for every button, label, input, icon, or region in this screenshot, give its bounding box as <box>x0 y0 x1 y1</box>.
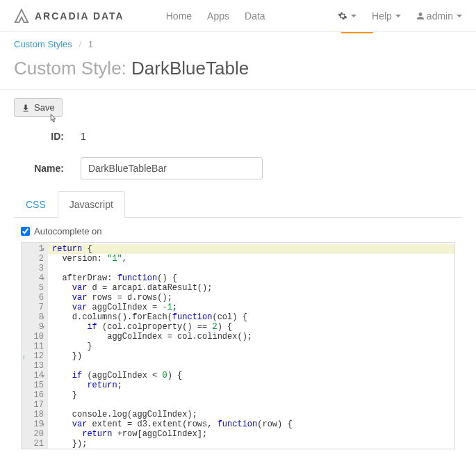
page-heading: Custom Style: DarkBlueTable <box>0 54 476 90</box>
user-menu[interactable]: admin <box>416 10 462 22</box>
breadcrumb-current: 1 <box>88 39 93 49</box>
editor-tabs: CSS Javascript <box>14 191 462 218</box>
logo-icon <box>14 8 29 24</box>
user-icon <box>416 12 425 20</box>
active-tab-underline <box>341 32 373 33</box>
autocomplete-checkbox[interactable] <box>21 227 30 236</box>
caret-icon <box>457 15 462 17</box>
code-editor[interactable]: 1▾234▾5678▾9▾101112i1314▾1516171819▾2021… <box>21 242 455 449</box>
title-name: DarkBlueTable <box>131 58 249 79</box>
breadcrumb-root[interactable]: Custom Styles <box>14 39 72 49</box>
nav-center: Home Apps Data <box>166 10 265 22</box>
editor-gutter: 1▾234▾5678▾9▾101112i1314▾1516171819▾2021… <box>22 243 48 449</box>
breadcrumb-sep: / <box>79 39 81 49</box>
gear-icon <box>338 11 347 21</box>
name-input[interactable] <box>81 157 263 179</box>
nav-right: Help admin <box>338 10 462 22</box>
id-row: ID: 1 <box>0 127 476 146</box>
tab-css[interactable]: CSS <box>14 191 58 218</box>
settings-menu[interactable] <box>338 11 356 21</box>
editor-code[interactable]: return { version: "1", afterDraw: functi… <box>48 243 454 449</box>
nav-data[interactable]: Data <box>245 10 265 22</box>
help-label: Help <box>372 10 392 22</box>
brand-logo[interactable]: ARCADIA DATA <box>14 8 124 24</box>
caret-icon <box>395 15 401 17</box>
autocomplete-row: Autocomplete on <box>0 218 476 242</box>
save-label: Save <box>34 102 55 113</box>
top-nav: ARCADIA DATA Home Apps Data Help admin <box>0 0 476 32</box>
id-label: ID: <box>14 131 64 142</box>
autocomplete-label: Autocomplete on <box>34 226 102 236</box>
save-icon <box>22 104 30 112</box>
caret-icon <box>351 15 356 17</box>
name-label: Name: <box>14 163 64 174</box>
brand-text: ARCADIA DATA <box>35 10 124 22</box>
title-prefix: Custom Style: <box>14 58 131 79</box>
help-menu[interactable]: Help <box>372 10 401 22</box>
nav-home[interactable]: Home <box>166 10 192 22</box>
user-label: admin <box>427 10 453 22</box>
id-value: 1 <box>81 131 86 142</box>
tab-javascript[interactable]: Javascript <box>58 191 125 218</box>
name-row: Name: <box>0 153 476 184</box>
page-title: Custom Style: DarkBlueTable <box>14 58 462 79</box>
nav-apps[interactable]: Apps <box>207 10 229 22</box>
cursor-pointer-icon <box>47 113 57 125</box>
breadcrumb: Custom Styles / 1 <box>0 32 476 54</box>
action-bar: Save <box>0 98 476 127</box>
